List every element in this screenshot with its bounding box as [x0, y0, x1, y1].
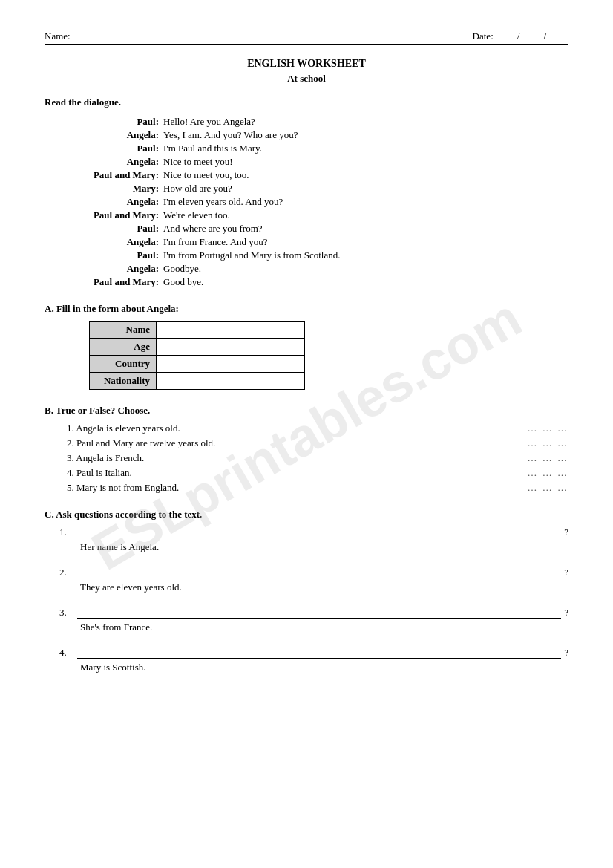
question-line: 1.?	[59, 526, 568, 538]
question-number: 2.	[59, 567, 74, 578]
dialogue-text: Good bye.	[163, 276, 519, 288]
dialogue-table: Paul:Hello! Are you Angela?Angela:Yes, I…	[74, 116, 519, 288]
true-false-text: 1. Angela is eleven years old.	[67, 422, 513, 434]
dialogue-row: Paul and Mary:We're eleven too.	[74, 209, 519, 221]
form-label: Country	[90, 356, 157, 373]
section-a-title: A. Fill in the form about Angela:	[45, 303, 568, 315]
form-label: Nationality	[90, 373, 157, 390]
question-item: 4.?Mary is Scottish.	[59, 647, 568, 673]
dialogue-row: Angela:Nice to meet you!	[74, 156, 519, 168]
answer-hint: Mary is Scottish.	[80, 662, 568, 673]
true-false-dots: … … …	[528, 437, 569, 449]
form-label: Age	[90, 339, 157, 356]
list-item: 3. Angela is French.… … …	[67, 452, 568, 464]
dialogue-text: Yes, I am. And you? Who are you?	[163, 129, 519, 141]
table-row: Country	[90, 356, 305, 373]
dialogue-text: Nice to meet you, too.	[163, 169, 519, 181]
form-value[interactable]	[157, 356, 305, 373]
question-item: 2.?They are eleven years old.	[59, 567, 568, 593]
date-sep1: /	[517, 30, 520, 42]
dialogue-text: Nice to meet you!	[163, 156, 519, 168]
question-number: 1.	[59, 526, 74, 538]
true-false-text: 4. Paul is Italian.	[67, 467, 513, 479]
page-title: ENGLISH WORKSHEET	[45, 58, 568, 70]
dialogue-speaker: Angela:	[74, 263, 163, 275]
header-bar: Name: Date: / /	[45, 30, 568, 45]
question-line: 2.?	[59, 567, 568, 578]
question-number: 4.	[59, 647, 74, 659]
question-mark: ?	[564, 647, 568, 659]
list-item: 2. Paul and Mary are twelve years old.… …	[67, 437, 568, 449]
section-a-table: NameAgeCountryNationality	[89, 321, 305, 390]
answer-line[interactable]	[77, 578, 561, 578]
dialogue-row: Angela:Yes, I am. And you? Who are you?	[74, 129, 519, 141]
dialogue-speaker: Angela:	[74, 156, 163, 168]
name-underline	[73, 30, 450, 42]
dialogue-row: Angela:I'm from France. And you?	[74, 236, 519, 248]
dialogue-row: Paul:I'm from Portugal and Mary is from …	[74, 249, 519, 261]
table-row: Nationality	[90, 373, 305, 390]
dialogue-row: Paul:Hello! Are you Angela?	[74, 116, 519, 128]
section-b-title: B. True or False? Choose.	[45, 405, 568, 417]
answer-line[interactable]	[77, 658, 561, 659]
dialogue-speaker: Angela:	[74, 196, 163, 208]
dialogue-speaker: Paul and Mary:	[74, 169, 163, 181]
dialogue-text: I'm from France. And you?	[163, 236, 519, 248]
answer-hint: Her name is Angela.	[80, 541, 568, 553]
question-mark: ?	[564, 607, 568, 619]
true-false-list: 1. Angela is eleven years old.… … …2. Pa…	[67, 422, 568, 494]
question-number: 3.	[59, 607, 74, 619]
dialogue-row: Mary:How old are you?	[74, 183, 519, 195]
question-item: 3.?She's from France.	[59, 607, 568, 633]
answer-line[interactable]	[77, 538, 561, 538]
name-label: Name:	[45, 30, 71, 42]
true-false-dots: … … …	[528, 422, 569, 434]
dialogue-speaker: Paul:	[74, 143, 163, 154]
question-line: 4.?	[59, 647, 568, 659]
dialogue-speaker: Angela:	[74, 129, 163, 141]
form-value[interactable]	[157, 322, 305, 339]
dialogue-instruction: Read the dialogue.	[45, 97, 568, 108]
dialogue-speaker: Paul and Mary:	[74, 209, 163, 221]
answer-hint: She's from France.	[80, 621, 568, 633]
dialogue-speaker: Paul:	[74, 249, 163, 261]
true-false-dots: … … …	[528, 452, 569, 464]
date-day	[495, 30, 516, 42]
dialogue-text: I'm Paul and this is Mary.	[163, 143, 519, 154]
dialogue-row: Paul and Mary:Good bye.	[74, 276, 519, 288]
true-false-text: 3. Angela is French.	[67, 452, 513, 464]
dialogue-speaker: Mary:	[74, 183, 163, 195]
dialogue-row: Angela:I'm eleven years old. And you?	[74, 196, 519, 208]
question-mark: ?	[564, 526, 568, 538]
dialogue-speaker: Paul:	[74, 223, 163, 235]
true-false-dots: … … …	[528, 467, 569, 479]
dialogue-text: I'm from Portugal and Mary is from Scotl…	[163, 249, 519, 261]
dialogue-text: And where are you from?	[163, 223, 519, 235]
form-value[interactable]	[157, 373, 305, 390]
true-false-dots: … … …	[528, 482, 569, 494]
date-sep2: /	[543, 30, 546, 42]
form-label: Name	[90, 322, 157, 339]
date-field: Date: / /	[473, 30, 568, 42]
question-mark: ?	[564, 567, 568, 578]
question-item: 1.?Her name is Angela.	[59, 526, 568, 553]
answer-line[interactable]	[77, 618, 561, 619]
questions-list: 1.?Her name is Angela.2.?They are eleven…	[59, 526, 568, 673]
list-item: 5. Mary is not from England.… … …	[67, 482, 568, 494]
dialogue-text: I'm eleven years old. And you?	[163, 196, 519, 208]
dialogue-text: Goodbye.	[163, 263, 519, 275]
page-subtitle: At school	[45, 73, 568, 85]
date-month	[521, 30, 542, 42]
name-field: Name:	[45, 30, 473, 42]
true-false-text: 2. Paul and Mary are twelve years old.	[67, 437, 513, 449]
form-value[interactable]	[157, 339, 305, 356]
list-item: 1. Angela is eleven years old.… … …	[67, 422, 568, 434]
dialogue-text: We're eleven too.	[163, 209, 519, 221]
dialogue-row: Paul:And where are you from?	[74, 223, 519, 235]
section-c-title: C. Ask questions according to the text.	[45, 509, 568, 521]
true-false-text: 5. Mary is not from England.	[67, 482, 513, 494]
date-label: Date:	[473, 30, 494, 42]
date-year	[548, 30, 568, 42]
dialogue-row: Angela:Goodbye.	[74, 263, 519, 275]
dialogue-text: Hello! Are you Angela?	[163, 116, 519, 128]
